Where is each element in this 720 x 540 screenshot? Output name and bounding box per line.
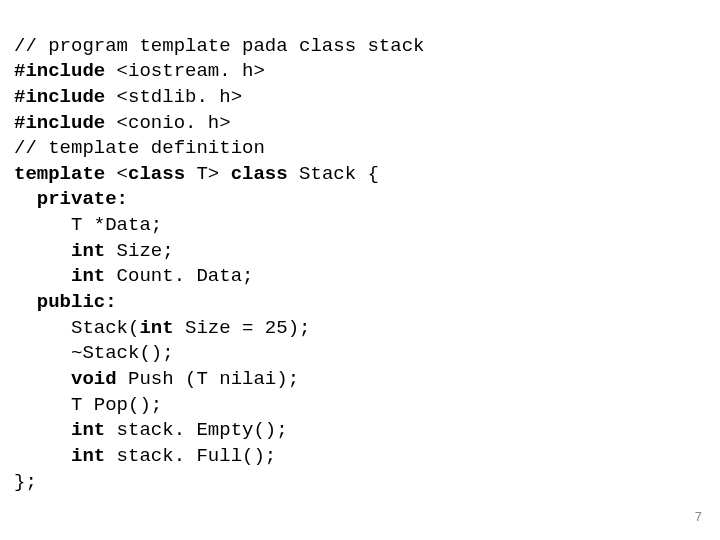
- code-line: // program template pada class stack: [14, 35, 424, 57]
- code-text: Size;: [105, 240, 173, 262]
- code-text: Count. Data;: [105, 265, 253, 287]
- keyword: class: [128, 163, 185, 185]
- keyword: class: [231, 163, 288, 185]
- code-text: <conio. h>: [105, 112, 230, 134]
- code-text: <iostream. h>: [105, 60, 265, 82]
- code-text: Push (T nilai);: [117, 368, 299, 390]
- keyword: #include: [14, 112, 105, 134]
- keyword: template: [14, 163, 105, 185]
- code-text: Stack {: [288, 163, 379, 185]
- keyword: public:: [37, 291, 117, 313]
- code-text: ~Stack();: [71, 342, 174, 364]
- keyword: private:: [37, 188, 128, 210]
- code-text: stack. Full();: [105, 445, 276, 467]
- code-line: };: [14, 471, 37, 493]
- keyword: int: [71, 240, 105, 262]
- keyword: int: [139, 317, 173, 339]
- keyword: int: [71, 445, 105, 467]
- keyword: #include: [14, 86, 105, 108]
- keyword: void: [71, 368, 117, 390]
- page-number: 7: [695, 508, 702, 526]
- code-text: T *Data;: [71, 214, 162, 236]
- code-text: Size = 25);: [174, 317, 311, 339]
- code-text: T>: [185, 163, 231, 185]
- code-text: <: [105, 163, 128, 185]
- keyword: int: [71, 419, 105, 441]
- code-text: <stdlib. h>: [105, 86, 242, 108]
- code-line: // template definition: [14, 137, 265, 159]
- code-text: Stack(: [71, 317, 139, 339]
- keyword: #include: [14, 60, 105, 82]
- code-text: T Pop();: [71, 394, 162, 416]
- keyword: int: [71, 265, 105, 287]
- code-block: // program template pada class stack #in…: [0, 0, 720, 495]
- code-text: stack. Empty();: [105, 419, 287, 441]
